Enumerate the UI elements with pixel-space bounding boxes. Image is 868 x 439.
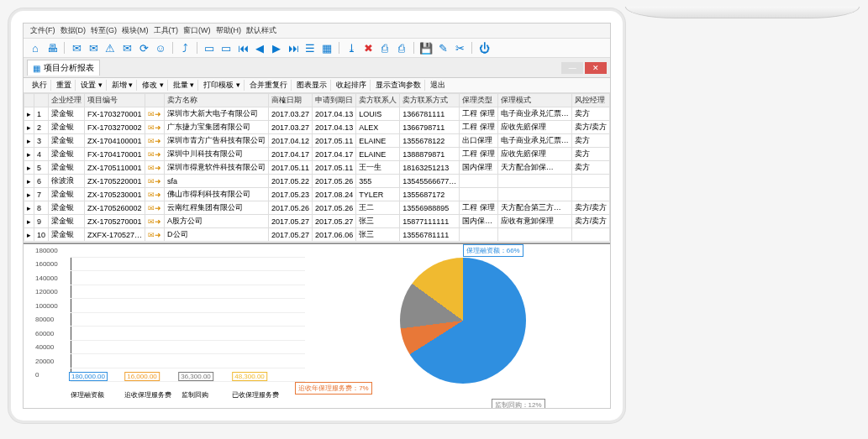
table-header[interactable]: 企业经理 xyxy=(49,94,85,107)
menu-tool[interactable]: 工具(T) xyxy=(152,25,181,36)
home-icon[interactable]: ⌂ xyxy=(29,41,42,55)
table-cell: ▸ xyxy=(24,121,34,134)
table-header[interactable] xyxy=(34,94,49,107)
table-cell: 张三 xyxy=(356,215,400,228)
doc-icon[interactable]: ▭ xyxy=(203,41,216,55)
doc-check-icon[interactable]: ▭ xyxy=(219,41,233,55)
table-row[interactable]: ▸8梁金银ZX-1705260002✉➜云南红程集团有限公司2017.05.26… xyxy=(24,201,610,215)
smiley-icon[interactable]: ☺ xyxy=(154,41,167,55)
table-header[interactable]: 项目编号 xyxy=(85,94,145,107)
btn-add[interactable]: 新增 ▾ xyxy=(108,80,138,91)
menu-window[interactable]: 窗口(W) xyxy=(181,25,213,36)
table-row[interactable]: ▸10梁金银ZXFX-170527…✉➜D公司2017.05.272017.06… xyxy=(24,228,610,242)
table-cell: 15877111111 xyxy=(400,215,460,228)
tab-report[interactable]: ▦ 项目分析报表 xyxy=(27,60,100,76)
btn-edit[interactable]: 修改 ▾ xyxy=(139,80,168,91)
table-cell: 深圳市得意软件科技有限公司 xyxy=(165,161,269,175)
table-row[interactable]: ▸9梁金银ZX-1705270001✉➜A股方公司2017.05.272017.… xyxy=(24,215,610,228)
table-header[interactable]: 卖方名称 xyxy=(165,94,269,107)
btn-merge[interactable]: 合并重复行 xyxy=(246,80,292,91)
menu-style[interactable]: 默认样式 xyxy=(245,25,278,36)
last-icon[interactable]: ⏭ xyxy=(287,41,300,55)
cut-icon[interactable]: ✂ xyxy=(453,41,466,55)
table-cell: ZX-1705230001 xyxy=(85,188,145,201)
btn-chart[interactable]: 图表显示 xyxy=(293,80,331,91)
table-cell: 1 xyxy=(34,107,49,121)
table-row[interactable]: ▸1梁金银FX-1703270001✉➜深圳市大新大电子有限公司2017.03.… xyxy=(24,107,610,121)
power-icon[interactable]: ⏻ xyxy=(477,41,491,55)
table-cell: 电子商业承兑汇票… xyxy=(497,107,571,121)
btn-run[interactable]: 执行 xyxy=(29,80,51,91)
table-cell: 2017.05.27 xyxy=(313,215,356,228)
table-row[interactable]: ▸2梁金银FX-1703270002✉➜广东捷力宝集团有限公司2017.03.2… xyxy=(24,121,610,134)
menu-data[interactable]: 数据(D) xyxy=(59,25,88,36)
table-cell: ELAINE xyxy=(356,134,400,148)
sub-toolbar: 执行 重置 设置 ▾ 新增 ▾ 修改 ▾ 批量 ▾ 打印模板 ▾ 合并重复行 图… xyxy=(24,78,610,93)
upload-icon[interactable]: ⤴ xyxy=(178,41,192,55)
table-header[interactable] xyxy=(24,94,34,107)
table-header[interactable]: 卖方联系方式 xyxy=(400,94,460,107)
refresh-icon[interactable]: ⟳ xyxy=(137,41,150,55)
btn-collapse-sort[interactable]: 收起排序 xyxy=(333,80,371,91)
table-header[interactable]: 商榷日期 xyxy=(269,94,313,107)
btn-print-tmpl[interactable]: 打印模板 ▾ xyxy=(200,80,245,91)
menu-goto[interactable]: 转至(G) xyxy=(89,25,118,36)
table-cell: 梁金银 xyxy=(49,148,85,161)
save-icon[interactable]: 💾 xyxy=(419,41,433,55)
table-row[interactable]: ▸7梁金银ZX-1705230001✉➜佛山市得利科技有限公司2017.05.2… xyxy=(24,188,610,201)
edit-icon[interactable]: ✎ xyxy=(436,41,450,55)
table-cell xyxy=(460,188,498,201)
table-header[interactable]: 风控经理 xyxy=(571,94,610,107)
minimize-button[interactable]: — xyxy=(561,62,583,74)
btn-reset[interactable]: 重置 xyxy=(53,80,76,91)
mail-reply-icon[interactable]: ✉ xyxy=(87,41,100,55)
menu-file[interactable]: 文件(F) xyxy=(29,25,57,36)
table-cell: 应收有意卸保理 xyxy=(497,215,571,228)
btn-exit[interactable]: 退出 xyxy=(427,80,449,91)
table-cell: 云南红程集团有限公司 xyxy=(165,201,269,215)
table-cell: 深圳市大新大电子有限公司 xyxy=(165,107,269,121)
table-cell: 佛山市得利科技有限公司 xyxy=(165,188,269,201)
data-table[interactable]: 企业经理项目编号卖方名称商榷日期申请到期日卖方联系人卖方联系方式保理类型保理模式… xyxy=(24,93,610,244)
list-icon[interactable]: ☰ xyxy=(303,41,317,55)
table-row[interactable]: ▸6徐波浪ZX-1705220001✉➜sfa2017.05.222017.05… xyxy=(24,175,610,188)
pie-label: 保理融资额：66% xyxy=(463,244,523,257)
mail-open-icon[interactable]: ✉ xyxy=(120,41,134,55)
warning-icon[interactable]: ⚠ xyxy=(103,41,117,55)
table-cell: ✉➜ xyxy=(145,201,165,215)
btn-batch[interactable]: 批量 ▾ xyxy=(170,80,199,91)
btn-settings[interactable]: 设置 ▾ xyxy=(77,80,107,91)
download-icon[interactable]: ⤓ xyxy=(345,41,358,55)
table-cell: 2017.05.11 xyxy=(313,161,356,175)
table-cell: 8 xyxy=(34,201,49,215)
btn-show-query[interactable]: 显示查询参数 xyxy=(372,80,425,91)
table-cell: 梁金银 xyxy=(49,228,85,242)
table-row[interactable]: ▸4梁金银FX-1704170001✉➜深圳中川科技有限公司2017.04.17… xyxy=(24,148,610,161)
filter-icon[interactable]: ⎙ xyxy=(395,41,408,55)
table-row[interactable]: ▸3梁金银ZX-1704100001✉➜深圳市青方广告科技有限公司2017.04… xyxy=(24,134,610,148)
pie-label: 监制回购：12% xyxy=(492,399,545,409)
table-row[interactable]: ▸5梁金银ZX-1705110001✉➜深圳市得意软件科技有限公司2017.05… xyxy=(24,161,610,175)
grid-icon[interactable]: ▦ xyxy=(320,41,334,55)
table-cell: ✉➜ xyxy=(145,215,165,228)
table-cell: 卖方 xyxy=(571,148,610,161)
table-header[interactable]: 保理类型 xyxy=(460,94,498,107)
next-icon[interactable]: ▶ xyxy=(270,41,283,55)
table-cell: 2017.04.17 xyxy=(313,148,356,161)
table-cell: 2017.04.17 xyxy=(269,148,313,161)
table-cell: ZX-1705110001 xyxy=(85,161,145,175)
close-button[interactable]: ✕ xyxy=(585,62,607,74)
export-icon[interactable]: ⎙ xyxy=(378,41,392,55)
prev-icon[interactable]: ◀ xyxy=(253,41,266,55)
table-header[interactable]: 申请到期日 xyxy=(313,94,356,107)
first-icon[interactable]: ⏮ xyxy=(236,41,250,55)
table-header[interactable]: 卖方联系人 xyxy=(356,94,400,107)
menu-help[interactable]: 帮助(H) xyxy=(214,25,244,36)
menu-module[interactable]: 模块(M) xyxy=(120,25,150,36)
print-icon[interactable]: 🖶 xyxy=(45,41,59,55)
table-cell: 10 xyxy=(34,228,49,242)
table-header[interactable]: 保理模式 xyxy=(497,94,571,107)
table-header[interactable] xyxy=(145,94,165,107)
mail-forward-icon[interactable]: ✉ xyxy=(70,41,83,55)
delete-icon[interactable]: ✖ xyxy=(361,41,375,55)
